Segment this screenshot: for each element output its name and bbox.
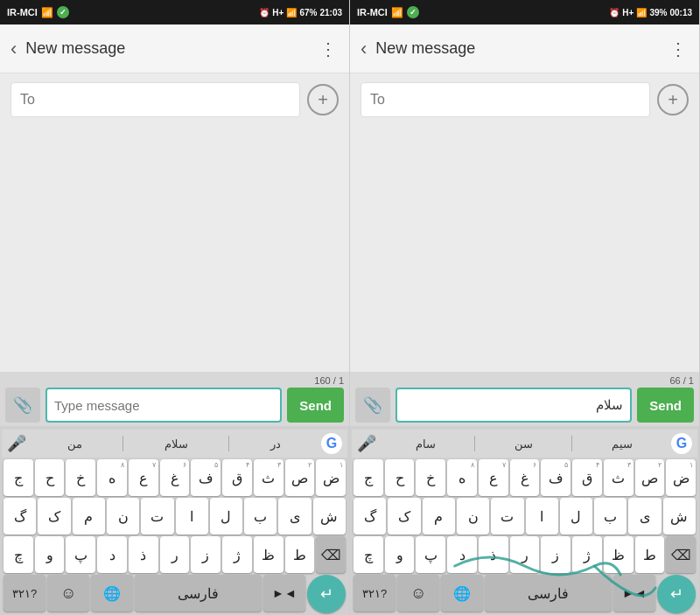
key-ن[interactable]: ن [107,498,139,535]
key-ف-r[interactable]: ف۵ [541,459,570,496]
suggestion-2-right[interactable]: سن [509,436,538,452]
suggestion-1-right[interactable]: سام [410,436,441,452]
emoji-key-right[interactable]: ☺ [397,575,439,612]
key-ص[interactable]: ص۲ [285,459,315,496]
key-ض-r[interactable]: ض۱ [666,459,696,496]
key-ه[interactable]: ه۸ [97,459,127,496]
key-ی[interactable]: ی [278,498,311,535]
key-د[interactable]: د [97,536,127,573]
message-input-right[interactable] [396,388,632,423]
arrows-key-right[interactable]: ◄► [613,575,655,612]
key-پ[interactable]: پ [66,536,95,573]
suggestion-2-left[interactable]: سلام [159,436,193,452]
delete-key-right[interactable]: ⌫ [666,536,696,573]
key-ل[interactable]: ل [210,498,242,535]
key-ذ[interactable]: ذ [129,536,158,573]
key-غ[interactable]: غ۶ [160,459,190,496]
key-ج[interactable]: ج [4,459,33,496]
key-پ-r[interactable]: پ [416,536,445,573]
key-ز-r[interactable]: ز [541,536,570,573]
add-contact-button-right[interactable]: + [657,84,689,115]
key-ع-r[interactable]: ع۷ [479,459,508,496]
key-ژ[interactable]: ژ [222,536,252,573]
key-ا-r[interactable]: ا [526,498,558,535]
key-ک[interactable]: ک [38,498,70,535]
key-ل-r[interactable]: ل [560,498,592,535]
key-چ[interactable]: چ [4,536,33,573]
key-ژ-r[interactable]: ژ [572,536,602,573]
key-ث[interactable]: ث۳ [254,459,284,496]
key-ر-r[interactable]: ر [510,536,540,573]
key-ز[interactable]: ز [191,536,220,573]
message-input-left[interactable] [46,388,282,423]
key-ی-r[interactable]: ی [628,498,661,535]
key-ث-r[interactable]: ث۳ [604,459,634,496]
key-ح[interactable]: ح [35,459,65,496]
key-ک-r[interactable]: ک [388,498,420,535]
key-خ-r[interactable]: خ [416,459,445,496]
globe-key-left[interactable]: 🌐 [91,575,133,612]
key-و[interactable]: و [35,536,65,573]
signal-type: H+ [272,8,284,17]
key-د-r[interactable]: د [447,536,477,573]
arrows-key-left[interactable]: ◄► [263,575,305,612]
send-button-left[interactable]: Send [287,388,344,423]
to-input-right[interactable] [360,82,650,117]
key-ا[interactable]: ا [176,498,208,535]
key-غ-r[interactable]: غ۶ [510,459,540,496]
mic-icon-right[interactable]: 🎤 [357,434,376,453]
emoji-key-left[interactable]: ☺ [47,575,89,612]
key-چ-r[interactable]: چ [354,536,383,573]
key-ط[interactable]: ط [285,536,315,573]
key-ن-r[interactable]: ن [457,498,489,535]
key-ع[interactable]: ع۷ [129,459,158,496]
key-ج-r[interactable]: ج [354,459,383,496]
key-گ-r[interactable]: گ [354,498,386,535]
key-ه-r[interactable]: ه۸ [447,459,477,496]
key-ت-r[interactable]: ت [491,498,523,535]
key-ر[interactable]: ر [160,536,190,573]
attach-button-left[interactable]: 📎 [5,388,40,423]
key-گ[interactable]: گ [4,498,36,535]
send-button-right[interactable]: Send [637,388,694,423]
key-ق[interactable]: ق۴ [222,459,252,496]
key-ب-r[interactable]: ب [594,498,626,535]
key-م[interactable]: م [73,498,105,535]
key-ط-r[interactable]: ط [635,536,665,573]
mic-icon-left[interactable]: 🎤 [7,434,26,453]
more-button-right[interactable]: ⋮ [669,38,689,59]
key-ت[interactable]: ت [141,498,173,535]
num-key-right[interactable]: ?۳۲۱ [354,575,396,612]
space-key-right[interactable]: فارسی [485,575,611,612]
key-ب[interactable]: ب [244,498,276,535]
key-ض[interactable]: ض۱ [316,459,346,496]
num-key-left[interactable]: ?۳۲۱ [4,575,46,612]
more-button-left[interactable]: ⋮ [319,38,339,59]
enter-key-left[interactable]: ↵ [307,575,346,613]
key-ق-r[interactable]: ق۴ [572,459,602,496]
to-input-left[interactable] [10,82,300,117]
back-button-left[interactable]: ‹ [10,38,17,60]
globe-key-right[interactable]: 🌐 [441,575,483,612]
enter-key-right[interactable]: ↵ [657,575,696,613]
add-contact-button-left[interactable]: + [307,84,339,115]
suggestion-3-right[interactable]: سیم [606,436,638,452]
key-ش-r[interactable]: ش [663,498,696,535]
key-ظ-r[interactable]: ظ [604,536,634,573]
delete-key-left[interactable]: ⌫ [316,536,346,573]
key-ص-r[interactable]: ص۲ [635,459,665,496]
back-button-right[interactable]: ‹ [360,38,367,60]
attach-button-right[interactable]: 📎 [355,388,390,423]
key-ظ[interactable]: ظ [254,536,284,573]
key-و-r[interactable]: و [385,536,415,573]
key-ح-r[interactable]: ح [385,459,415,496]
key-row-2-right: ش ی ب ل ا ت ن م ک گ [354,498,696,535]
key-م-r[interactable]: م [423,498,455,535]
space-key-left[interactable]: فارسی [135,575,261,612]
key-خ[interactable]: خ [66,459,95,496]
key-ش-l[interactable]: ش [313,498,346,535]
key-ف[interactable]: ف۵ [191,459,220,496]
key-ذ-r[interactable]: ذ [479,536,508,573]
suggestion-3-left[interactable]: در [265,436,286,452]
suggestion-1-left[interactable]: من [62,436,88,452]
